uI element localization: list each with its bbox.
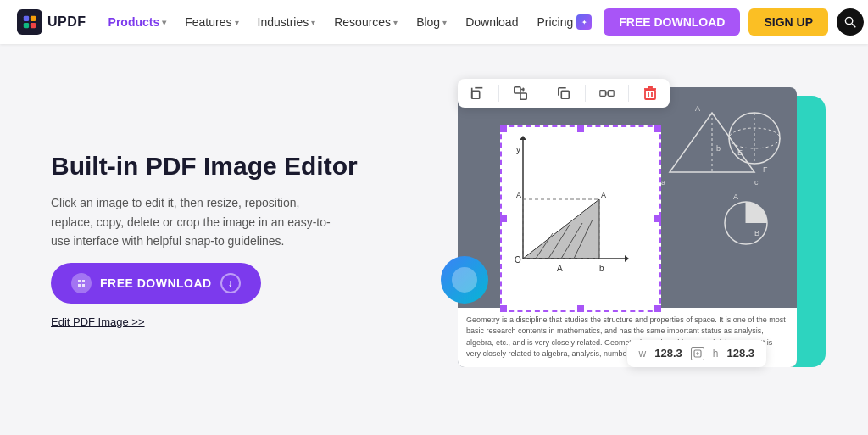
svg-text:A: A	[695, 104, 700, 113]
svg-rect-15	[561, 91, 569, 98]
selection-handle-mr	[654, 215, 661, 222]
selection-handle-mt	[577, 125, 584, 132]
delete-icon[interactable]	[641, 84, 659, 103]
navigation: UPDF Products ▾ Features ▾ Industries ▾ …	[0, 0, 868, 44]
link-dimensions-icon[interactable]	[691, 347, 704, 360]
svg-text:A: A	[733, 192, 738, 201]
svg-rect-14	[520, 93, 526, 99]
group-icon[interactable]	[598, 84, 616, 103]
download-circle-icon: ↓	[220, 273, 241, 293]
selection-corner-br	[654, 305, 661, 312]
selection-corner-tr	[654, 125, 661, 132]
replace-icon[interactable]	[511, 84, 530, 103]
svg-rect-2	[24, 23, 29, 28]
svg-text:b: b	[716, 144, 721, 153]
svg-rect-18	[645, 90, 655, 99]
hero-title: Built-in PDF Image Editor	[51, 151, 373, 181]
svg-text:a: a	[661, 178, 665, 187]
svg-marker-24	[520, 136, 526, 140]
hero-description: Click an image to edit it, then resize, …	[51, 193, 339, 250]
svg-rect-6	[78, 280, 81, 282]
hero-download-button[interactable]: FREE DOWNLOAD ↓	[51, 263, 261, 304]
ai-badge-icon: ✦	[576, 14, 592, 30]
selection-handle-mb	[577, 305, 584, 312]
svg-text:c: c	[754, 178, 759, 187]
download-play-icon	[71, 273, 92, 293]
chevron-down-icon: ▾	[162, 18, 166, 27]
blue-ring-inner	[452, 267, 477, 293]
selected-image: O b y A A A	[500, 125, 661, 312]
selection-handle-ml	[500, 215, 507, 222]
nav-sign-up-button[interactable]: SIGN UP	[748, 8, 828, 36]
hero-left: Built-in PDF Image Editor Click an image…	[51, 151, 373, 327]
svg-text:y: y	[516, 145, 520, 154]
svg-rect-7	[82, 280, 85, 282]
svg-text:F: F	[763, 165, 768, 174]
svg-text:A: A	[516, 191, 521, 199]
svg-rect-13	[515, 86, 520, 92]
svg-text:A: A	[557, 264, 563, 273]
svg-point-4	[845, 17, 852, 24]
blue-ring-decoration	[441, 256, 488, 304]
svg-rect-10	[472, 91, 480, 98]
svg-text:O: O	[515, 255, 521, 265]
geometry-svg: a b c A F E B A	[644, 104, 788, 274]
nav-actions: FREE DOWNLOAD SIGN UP	[604, 8, 864, 36]
svg-rect-17	[609, 90, 615, 96]
svg-text:E: E	[737, 148, 743, 157]
toolbar-separator-4	[628, 85, 629, 102]
svg-rect-16	[600, 90, 606, 96]
svg-marker-37	[670, 113, 754, 172]
svg-rect-8	[78, 284, 81, 287]
svg-text:B: B	[754, 229, 760, 237]
toolbar-separator-3	[585, 85, 586, 102]
nav-item-resources[interactable]: Resources ▾	[326, 10, 406, 34]
svg-marker-23	[625, 255, 629, 262]
nav-item-products[interactable]: Products ▾	[100, 10, 175, 34]
svg-text:A: A	[601, 191, 606, 199]
svg-rect-0	[24, 16, 29, 21]
nav-item-features[interactable]: Features ▾	[176, 10, 247, 34]
pdf-toolbar	[458, 79, 670, 108]
svg-line-5	[852, 24, 855, 27]
chevron-down-icon: ▾	[393, 18, 398, 27]
hero-right: O b y A A A	[424, 79, 817, 401]
toolbar-separator	[498, 85, 499, 102]
pdf-viewer-card: O b y A A A	[458, 87, 797, 367]
crop-icon[interactable]	[468, 84, 487, 103]
svg-rect-9	[82, 284, 85, 287]
chevron-down-icon: ▾	[235, 18, 239, 27]
search-button[interactable]	[837, 8, 864, 36]
toolbar-separator-2	[542, 85, 542, 102]
selection-corner-tl	[500, 125, 507, 132]
logo[interactable]: UPDF	[17, 9, 86, 35]
logo-icon	[17, 9, 42, 35]
chevron-down-icon: ▾	[311, 18, 315, 27]
nav-item-blog[interactable]: Blog ▾	[408, 10, 455, 34]
svg-rect-3	[31, 23, 36, 28]
copy-icon[interactable]	[554, 84, 573, 103]
nav-item-industries[interactable]: Industries ▾	[249, 10, 325, 34]
nav-items: Products ▾ Features ▾ Industries ▾ Resou…	[100, 9, 601, 35]
nav-item-pricing[interactable]: Pricing ✦	[528, 9, 600, 35]
logo-label: UPDF	[47, 14, 86, 30]
graph-svg: O b y A A A	[506, 131, 642, 284]
svg-rect-1	[31, 16, 36, 21]
edit-pdf-link[interactable]: Edit PDF Image >>	[51, 315, 373, 328]
nav-free-download-button[interactable]: FREE DOWNLOAD	[604, 8, 740, 36]
chevron-down-icon: ▾	[442, 18, 447, 27]
main-content: Built-in PDF Image Editor Click an image…	[0, 44, 868, 435]
selection-corner-bl	[500, 305, 507, 312]
svg-text:b: b	[599, 264, 604, 273]
dimensions-badge: w 128.3 h 128.3	[627, 340, 766, 367]
nav-item-download[interactable]: Download	[457, 10, 526, 34]
